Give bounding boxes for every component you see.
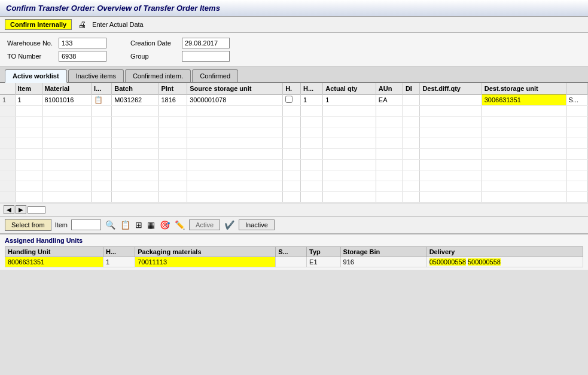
table-row[interactable]: 1 1 81001016 📋 M031262 1816 3000001078 1… xyxy=(0,94,588,106)
col-h: H... xyxy=(103,247,135,257)
grid-icon[interactable]: ⊞ xyxy=(135,219,143,230)
table-row-empty xyxy=(0,181,588,192)
warehouse-no-input[interactable] xyxy=(59,38,106,48)
cell-storage-bin: 916 xyxy=(340,257,426,267)
table-icon[interactable]: ▦ xyxy=(147,219,156,230)
scroll-nav: ◀ ▶ xyxy=(0,203,588,216)
document-icon: 📋 xyxy=(94,96,103,104)
cell-packaging-materials: 70011113 xyxy=(135,257,276,267)
col-plnt: Plnt xyxy=(159,83,187,94)
cell-i: 📋 xyxy=(92,94,112,106)
tab-active-worklist[interactable]: Active worklist xyxy=(5,69,67,83)
cell-material: 81001016 xyxy=(42,94,92,106)
checkmark-icon: ✔️ xyxy=(224,219,235,230)
col-batch: Batch xyxy=(112,83,159,94)
item-label: Item xyxy=(55,221,68,228)
cell-typ: E1 xyxy=(307,257,341,267)
table-row-empty xyxy=(0,170,588,181)
enter-actual-data-button[interactable]: Enter Actual Data xyxy=(92,21,144,28)
inactive-button[interactable]: Inactive xyxy=(239,219,275,230)
col-material: Material xyxy=(42,83,92,94)
col-aun: AUn xyxy=(376,83,403,94)
item-number-input[interactable] xyxy=(71,219,101,230)
cell-handling-unit: 8006631351 xyxy=(5,257,103,267)
col-item: Item xyxy=(15,83,42,94)
col-typ: Typ xyxy=(307,247,341,257)
cell-h1 xyxy=(283,94,301,106)
to-number-row: TO Number xyxy=(7,51,106,62)
scroll-right-button[interactable]: ▶ xyxy=(16,205,26,214)
warehouse-no-label: Warehouse No. xyxy=(7,39,55,47)
table-row-empty xyxy=(0,160,588,170)
edit-icon[interactable]: ✏️ xyxy=(174,219,185,230)
group-label: Group xyxy=(130,53,178,60)
to-number-input[interactable] xyxy=(59,51,106,62)
table-header-row: Item Material I... Batch Plnt Source sto… xyxy=(0,83,588,94)
col-handling-unit: Handling Unit xyxy=(5,247,103,257)
tab-confirmed-intern[interactable]: Confirmed intern. xyxy=(125,69,191,82)
list-icon[interactable]: 📋 xyxy=(120,219,131,230)
table-row-empty xyxy=(0,138,588,149)
assigned-handling-units-section: Assigned Handling Units Handling Unit H.… xyxy=(0,234,588,270)
bottom-toolbar: Select from Item 🔍 📋 ⊞ ▦ 🎯 ✏️ Active ✔️ … xyxy=(0,216,588,234)
cell-delivery: 0500000558 500000558 xyxy=(426,257,583,267)
row-number: 1 xyxy=(0,94,15,106)
active-button[interactable]: Active xyxy=(189,219,220,230)
assigned-table-row[interactable]: 8006631351 1 70011113 E1 916 0500000558 … xyxy=(5,257,583,267)
col-i: I... xyxy=(92,83,112,94)
table-row-empty xyxy=(0,106,588,117)
col-s: S... xyxy=(276,247,307,257)
table-row-empty xyxy=(0,192,588,203)
col-h1: H. xyxy=(283,83,301,94)
table-wrapper: Item Material I... Batch Plnt Source sto… xyxy=(0,83,588,203)
cell-dest-storage-unit: 3006631351 xyxy=(482,94,566,106)
tab-inactive-items[interactable]: Inactive items xyxy=(68,69,124,82)
assigned-header-row: Handling Unit H... Packaging materials S… xyxy=(5,247,583,257)
transfer-order-table: Item Material I... Batch Plnt Source sto… xyxy=(0,83,588,203)
cell-source-storage-unit: 3000001078 xyxy=(187,94,283,106)
col-actual-qty: Actual qty xyxy=(323,83,376,94)
cell-di xyxy=(403,94,419,106)
left-form-group: Warehouse No. TO Number xyxy=(7,38,106,62)
group-row: Group xyxy=(130,51,230,62)
select-from-button[interactable]: Select from xyxy=(5,219,51,231)
main-table-area: Item Material I... Batch Plnt Source sto… xyxy=(0,83,588,216)
warehouse-row: Warehouse No. xyxy=(7,38,106,48)
col-di: DI xyxy=(403,83,419,94)
col-dest-diff-qty: Dest.diff.qty xyxy=(420,83,482,94)
table-row-empty xyxy=(0,127,588,138)
col-storage-bin: Storage Bin xyxy=(340,247,426,257)
cell-batch: M031262 xyxy=(112,94,159,106)
form-section: Warehouse No. TO Number Creation Date Gr… xyxy=(0,33,588,67)
confirm-internally-button[interactable]: Confirm Internally xyxy=(5,19,72,30)
cell-extra: S... xyxy=(566,94,587,106)
cell-item: 1 xyxy=(15,94,42,106)
scroll-indicator xyxy=(28,206,45,214)
creation-date-label: Creation Date xyxy=(130,39,178,47)
assigned-handling-units-title: Assigned Handling Units xyxy=(5,237,583,244)
tab-confirmed[interactable]: Confirmed xyxy=(192,69,238,82)
col-dest-storage-unit: Dest.storage unit xyxy=(482,83,566,94)
cell-s-value xyxy=(276,257,307,267)
col-extra xyxy=(566,83,587,94)
table-row-empty xyxy=(0,117,588,127)
scroll-left-button[interactable]: ◀ xyxy=(4,205,14,214)
h1-checkbox[interactable] xyxy=(285,96,293,103)
cell-actual-qty: 1 xyxy=(323,94,376,106)
creation-date-input[interactable] xyxy=(182,38,230,48)
printer-icon[interactable]: 🖨 xyxy=(78,20,86,29)
cell-plnt: 1816 xyxy=(159,94,187,106)
col-h2: H... xyxy=(301,83,323,94)
page-title: Confirm Transfer Order: Overview of Tran… xyxy=(0,0,588,17)
find-icon[interactable]: 🔍 xyxy=(105,219,116,230)
to-number-label: TO Number xyxy=(7,53,55,60)
col-source-storage-unit: Source storage unit xyxy=(187,83,283,94)
creation-date-row: Creation Date xyxy=(130,38,230,48)
col-row-num xyxy=(0,83,15,94)
cell-aun: EA xyxy=(376,94,403,106)
filter-icon[interactable]: 🎯 xyxy=(159,219,170,230)
group-input[interactable] xyxy=(182,51,230,62)
cell-dest-diff-qty xyxy=(420,94,482,106)
tabs-bar: Active worklist Inactive items Confirmed… xyxy=(0,67,588,83)
table-row-empty xyxy=(0,149,588,160)
